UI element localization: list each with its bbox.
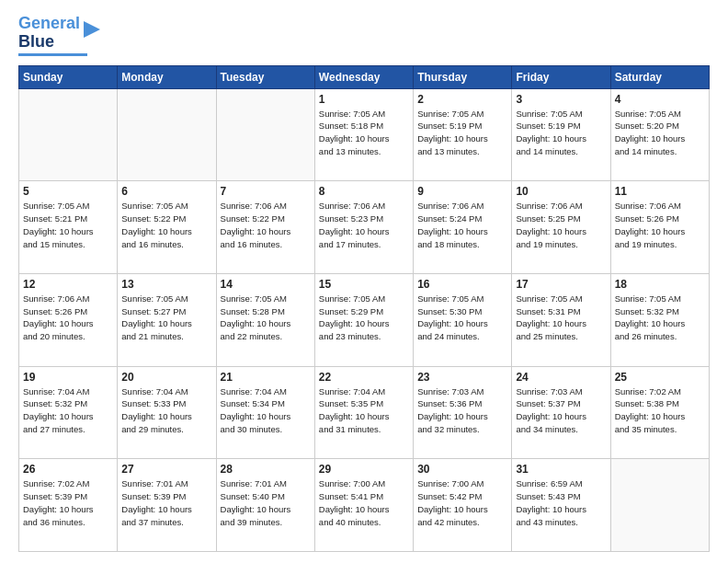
- weekday-header-tuesday: Tuesday: [216, 65, 314, 88]
- day-info: Sunrise: 7:05 AM Sunset: 5:19 PM Dayligh…: [417, 108, 507, 158]
- day-info: Sunrise: 7:04 AM Sunset: 5:35 PM Dayligh…: [319, 385, 409, 436]
- calendar-week-row: 12Sunrise: 7:06 AM Sunset: 5:26 PM Dayli…: [19, 273, 710, 366]
- calendar-cell: [610, 459, 709, 552]
- calendar-cell: 19Sunrise: 7:04 AM Sunset: 5:32 PM Dayli…: [19, 366, 118, 459]
- day-info: Sunrise: 7:04 AM Sunset: 5:32 PM Dayligh…: [23, 385, 113, 436]
- svg-marker-0: [84, 21, 100, 38]
- header: General Blue: [18, 15, 710, 56]
- day-info: Sunrise: 7:05 AM Sunset: 5:20 PM Dayligh…: [615, 108, 705, 158]
- day-number: 7: [221, 185, 311, 198]
- calendar-cell: 21Sunrise: 7:04 AM Sunset: 5:34 PM Dayli…: [216, 366, 314, 459]
- day-number: 12: [23, 278, 113, 291]
- calendar-cell: 5Sunrise: 7:05 AM Sunset: 5:21 PM Daylig…: [19, 181, 118, 274]
- day-number: 27: [121, 463, 211, 476]
- calendar-week-row: 26Sunrise: 7:02 AM Sunset: 5:39 PM Dayli…: [19, 459, 710, 552]
- day-number: 1: [319, 93, 409, 106]
- calendar-week-row: 1Sunrise: 7:05 AM Sunset: 5:18 PM Daylig…: [19, 88, 710, 181]
- weekday-header-monday: Monday: [118, 65, 216, 88]
- day-number: 9: [417, 185, 507, 198]
- weekday-header-row: SundayMondayTuesdayWednesdayThursdayFrid…: [19, 65, 710, 88]
- day-info: Sunrise: 7:05 AM Sunset: 5:28 PM Dayligh…: [221, 293, 311, 343]
- calendar-week-row: 19Sunrise: 7:04 AM Sunset: 5:32 PM Dayli…: [19, 366, 710, 459]
- calendar-cell: 17Sunrise: 7:05 AM Sunset: 5:31 PM Dayli…: [512, 273, 610, 366]
- calendar-cell: 7Sunrise: 7:06 AM Sunset: 5:22 PM Daylig…: [216, 181, 314, 274]
- calendar-cell: 27Sunrise: 7:01 AM Sunset: 5:39 PM Dayli…: [118, 459, 216, 552]
- day-info: Sunrise: 7:05 AM Sunset: 5:31 PM Dayligh…: [516, 293, 606, 343]
- day-number: 28: [221, 463, 311, 476]
- calendar-cell: 24Sunrise: 7:03 AM Sunset: 5:37 PM Dayli…: [512, 366, 610, 459]
- day-info: Sunrise: 7:03 AM Sunset: 5:36 PM Dayligh…: [417, 385, 507, 436]
- day-number: 19: [23, 371, 113, 384]
- calendar-cell: 20Sunrise: 7:04 AM Sunset: 5:33 PM Dayli…: [118, 366, 216, 459]
- day-number: 25: [615, 371, 705, 384]
- day-info: Sunrise: 7:00 AM Sunset: 5:42 PM Dayligh…: [417, 477, 507, 528]
- day-info: Sunrise: 7:03 AM Sunset: 5:37 PM Dayligh…: [516, 385, 606, 436]
- day-info: Sunrise: 7:05 AM Sunset: 5:32 PM Dayligh…: [615, 293, 705, 343]
- day-number: 30: [417, 463, 507, 476]
- day-info: Sunrise: 7:05 AM Sunset: 5:18 PM Dayligh…: [319, 108, 409, 158]
- calendar-cell: 3Sunrise: 7:05 AM Sunset: 5:19 PM Daylig…: [512, 88, 610, 181]
- calendar-cell: 22Sunrise: 7:04 AM Sunset: 5:35 PM Dayli…: [314, 366, 413, 459]
- day-info: Sunrise: 7:05 AM Sunset: 5:21 PM Dayligh…: [23, 200, 113, 250]
- calendar-cell: 18Sunrise: 7:05 AM Sunset: 5:32 PM Dayli…: [610, 273, 709, 366]
- day-info: Sunrise: 7:02 AM Sunset: 5:39 PM Dayligh…: [23, 477, 113, 528]
- weekday-header-sunday: Sunday: [19, 65, 118, 88]
- weekday-header-saturday: Saturday: [610, 65, 709, 88]
- logo-arrow-icon: [82, 19, 102, 40]
- day-number: 8: [319, 185, 409, 198]
- logo: General Blue: [18, 15, 102, 56]
- day-number: 14: [221, 278, 311, 291]
- day-number: 17: [516, 278, 606, 291]
- calendar-cell: [118, 88, 216, 181]
- day-number: 11: [615, 185, 705, 198]
- day-number: 16: [417, 278, 507, 291]
- day-number: 29: [319, 463, 409, 476]
- calendar-cell: 2Sunrise: 7:05 AM Sunset: 5:19 PM Daylig…: [414, 88, 512, 181]
- day-info: Sunrise: 7:06 AM Sunset: 5:25 PM Dayligh…: [516, 200, 606, 250]
- calendar-cell: 28Sunrise: 7:01 AM Sunset: 5:40 PM Dayli…: [216, 459, 314, 552]
- day-number: 23: [417, 371, 507, 384]
- day-info: Sunrise: 7:01 AM Sunset: 5:40 PM Dayligh…: [221, 477, 311, 528]
- calendar-cell: 1Sunrise: 7:05 AM Sunset: 5:18 PM Daylig…: [314, 88, 413, 181]
- day-number: 18: [615, 278, 705, 291]
- calendar-cell: 14Sunrise: 7:05 AM Sunset: 5:28 PM Dayli…: [216, 273, 314, 366]
- calendar-cell: 9Sunrise: 7:06 AM Sunset: 5:24 PM Daylig…: [414, 181, 512, 274]
- day-number: 5: [23, 185, 113, 198]
- day-info: Sunrise: 7:05 AM Sunset: 5:27 PM Dayligh…: [121, 293, 211, 343]
- day-info: Sunrise: 7:04 AM Sunset: 5:34 PM Dayligh…: [221, 385, 311, 436]
- calendar-cell: 10Sunrise: 7:06 AM Sunset: 5:25 PM Dayli…: [512, 181, 610, 274]
- calendar-cell: 6Sunrise: 7:05 AM Sunset: 5:22 PM Daylig…: [118, 181, 216, 274]
- calendar-cell: 12Sunrise: 7:06 AM Sunset: 5:26 PM Dayli…: [19, 273, 118, 366]
- day-info: Sunrise: 7:05 AM Sunset: 5:29 PM Dayligh…: [319, 293, 409, 343]
- weekday-header-wednesday: Wednesday: [314, 65, 413, 88]
- page: General Blue SundayMondayTuesdayWednesda…: [0, 0, 728, 563]
- calendar-cell: 11Sunrise: 7:06 AM Sunset: 5:26 PM Dayli…: [610, 181, 709, 274]
- day-info: Sunrise: 7:05 AM Sunset: 5:30 PM Dayligh…: [417, 293, 507, 343]
- day-info: Sunrise: 7:01 AM Sunset: 5:39 PM Dayligh…: [121, 477, 211, 528]
- calendar-cell: 13Sunrise: 7:05 AM Sunset: 5:27 PM Dayli…: [118, 273, 216, 366]
- calendar-cell: 25Sunrise: 7:02 AM Sunset: 5:38 PM Dayli…: [610, 366, 709, 459]
- day-number: 13: [121, 278, 211, 291]
- calendar-cell: 31Sunrise: 6:59 AM Sunset: 5:43 PM Dayli…: [512, 459, 610, 552]
- day-number: 21: [221, 371, 311, 384]
- day-info: Sunrise: 7:06 AM Sunset: 5:23 PM Dayligh…: [319, 200, 409, 250]
- day-number: 26: [23, 463, 113, 476]
- day-info: Sunrise: 7:06 AM Sunset: 5:26 PM Dayligh…: [615, 200, 705, 250]
- logo-line: [18, 53, 87, 56]
- day-info: Sunrise: 7:06 AM Sunset: 5:22 PM Dayligh…: [221, 200, 311, 250]
- calendar-cell: 29Sunrise: 7:00 AM Sunset: 5:41 PM Dayli…: [314, 459, 413, 552]
- day-info: Sunrise: 7:05 AM Sunset: 5:22 PM Dayligh…: [121, 200, 211, 250]
- day-info: Sunrise: 7:06 AM Sunset: 5:26 PM Dayligh…: [23, 293, 113, 343]
- weekday-header-thursday: Thursday: [414, 65, 512, 88]
- calendar-cell: 8Sunrise: 7:06 AM Sunset: 5:23 PM Daylig…: [314, 181, 413, 274]
- logo-text: General Blue: [18, 15, 80, 52]
- day-number: 20: [121, 371, 211, 384]
- calendar-cell: [19, 88, 118, 181]
- calendar-cell: [216, 88, 314, 181]
- calendar-week-row: 5Sunrise: 7:05 AM Sunset: 5:21 PM Daylig…: [19, 181, 710, 274]
- weekday-header-friday: Friday: [512, 65, 610, 88]
- calendar-cell: 26Sunrise: 7:02 AM Sunset: 5:39 PM Dayli…: [19, 459, 118, 552]
- logo-general: General: [18, 14, 80, 32]
- day-info: Sunrise: 6:59 AM Sunset: 5:43 PM Dayligh…: [516, 477, 606, 528]
- day-number: 31: [516, 463, 606, 476]
